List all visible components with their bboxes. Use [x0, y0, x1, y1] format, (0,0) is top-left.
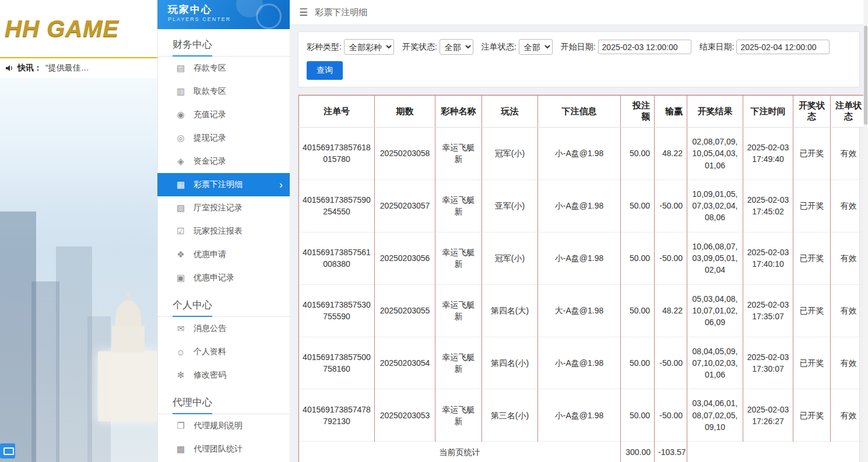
sidebar-item-label: 厅室投注记录	[194, 203, 243, 213]
table-cell: 小-A盘@1.98	[538, 389, 621, 442]
search-button[interactable]: 查询	[307, 61, 343, 80]
table-cell: 亚军(小)	[482, 179, 538, 232]
sidebar-item[interactable]: ◎提现记录	[157, 126, 290, 150]
sidebar-item[interactable]: ☺个人资料	[157, 340, 290, 364]
end-date-input[interactable]	[736, 40, 830, 54]
table-cell: 有效	[831, 128, 867, 180]
table-cell: 2025-02-03 17:35:07	[743, 284, 793, 337]
lottery-type-select[interactable]: 全部彩种	[344, 39, 394, 55]
menu-toggle-icon[interactable]: ☰	[299, 6, 308, 19]
main-area: ☰ 彩票下注明细 彩种类型: 全部彩种 开奖状态: 全部	[290, 0, 868, 462]
column-header: 注单状态	[831, 96, 867, 128]
sidebar-header: 玩家中心 PLAYERS CENTER	[157, 0, 290, 29]
sidebar-item-label: 提现记录	[194, 133, 226, 143]
background-photo	[0, 78, 157, 462]
sidebar-item-label: 彩票下注明细	[194, 179, 243, 190]
table-cell: 已开奖	[793, 128, 831, 180]
table-cell: 401569173857530755590	[299, 284, 375, 337]
table-cell: 02,08,07,09,10,05,04,03,01,06	[687, 128, 743, 180]
bet-status-label: 注单状态:	[482, 42, 516, 52]
table-cell: 50.00	[621, 232, 655, 284]
table-cell: 第四名(小)	[482, 337, 538, 389]
table-cell: 有效	[831, 389, 867, 442]
chart-icon: ▩	[175, 444, 187, 454]
table-cell: 2025-02-03 17:49:40	[743, 128, 793, 180]
withdraw-zone-icon: ▥	[175, 86, 187, 97]
table-cell: 20250203053	[375, 389, 435, 442]
table-cell: 401569173857561008380	[299, 232, 375, 284]
table-cell: 有效	[831, 179, 867, 232]
table-cell: 大-A盘@1.98	[538, 284, 621, 337]
bet-table: 注单号期数彩种名称玩法下注信息投注额输赢开奖结果下注时间开奖状态注单状态 401…	[298, 95, 867, 462]
sidebar-item[interactable]: ▣优惠申记录	[157, 266, 290, 290]
brand-panel: HH GAME 快讯： “提供最佳…	[0, 0, 157, 462]
sidebar-item[interactable]: ▥取款专区	[157, 80, 290, 103]
bell-icon: ✉	[175, 323, 187, 334]
table-cell: 小-A盘@1.98	[538, 128, 621, 180]
table-cell: 50.00	[621, 128, 655, 180]
table-cell: 48.22	[655, 284, 687, 337]
sidebar-item[interactable]: ❖优惠申请	[157, 243, 290, 266]
table-cell: 03,04,06,01,08,07,02,05,09,10	[687, 389, 743, 442]
sidebar-item-label: 优惠申记录	[194, 273, 234, 283]
table-cell: 50.00	[621, 284, 655, 337]
column-header: 玩法	[482, 96, 538, 128]
table-cell: 已开奖	[793, 284, 831, 337]
promo-apply-icon: ❖	[175, 249, 187, 260]
sidebar-item[interactable]: ▦彩票下注明细›	[157, 173, 290, 196]
start-date-input[interactable]	[598, 40, 691, 54]
sidebar-item[interactable]: ✻修改密码	[157, 364, 290, 387]
column-header: 开奖结果	[687, 96, 743, 128]
table-cell: 有效	[831, 337, 867, 389]
sidebar-item[interactable]: ◈资金记录	[157, 150, 290, 173]
scrollbar-thumb[interactable]	[864, 26, 867, 125]
table-cell: -50.00	[655, 179, 687, 232]
sidebar-item[interactable]: ▧厅室投注记录	[157, 196, 290, 220]
sidebar-item[interactable]: ❐代理规则说明	[157, 414, 290, 438]
page-scrollbar[interactable]	[863, 0, 868, 462]
ticker-text: “提供最佳…	[45, 63, 89, 73]
column-header: 下注信息	[538, 96, 621, 128]
sidebar-item-label: 优惠申请	[194, 249, 226, 260]
sidebar-item[interactable]: ▤存款专区	[157, 57, 290, 80]
summary-empty-cell	[687, 442, 867, 462]
table-cell: 401569173857590254550	[299, 179, 375, 232]
table-cell: 20250203057	[375, 179, 435, 232]
draw-status-label: 开奖状态:	[402, 42, 437, 52]
chat-widget-button[interactable]	[0, 443, 15, 459]
column-header: 开奖状态	[793, 96, 831, 128]
table-cell: 幸运飞艇新	[435, 284, 482, 337]
table-cell: -50.00	[655, 232, 687, 284]
table-cell: 已开奖	[793, 389, 831, 442]
column-header: 注单号	[299, 96, 375, 128]
table-cell: 有效	[831, 232, 867, 284]
table-cell: 10,06,08,07,03,09,05,01,02,04	[687, 232, 743, 284]
section-heading: 代理中心	[157, 387, 290, 414]
sidebar: 玩家中心 PLAYERS CENTER 财务中心▤存款专区▥取款专区◉充值记录◎…	[157, 0, 290, 462]
start-date-label: 开始日期:	[561, 42, 596, 52]
bet-status-select[interactable]: 全部	[519, 39, 553, 55]
table-header-row: 注单号期数彩种名称玩法下注信息投注额输赢开奖结果下注时间开奖状态注单状态	[299, 96, 867, 128]
document-icon: ❐	[175, 421, 187, 431]
sidebar-item-label: 代理团队统计	[194, 444, 243, 454]
table-cell: 冠军(小)	[482, 232, 538, 284]
ticker-label: 快讯：	[17, 63, 42, 73]
sidebar-item[interactable]: ▩代理团队统计	[157, 438, 290, 461]
player-bet-report-icon: ☑	[175, 226, 187, 237]
table-cell: 50.00	[621, 179, 655, 232]
sidebar-item[interactable]: ☑玩家投注报表	[157, 220, 290, 243]
column-header: 彩种名称	[435, 96, 482, 128]
draw-status-select[interactable]: 全部	[440, 39, 473, 55]
table-cell: 2025-02-03 17:40:10	[743, 232, 793, 284]
sidebar-item-label: 存款专区	[194, 63, 226, 73]
sidebar-item-label: 玩家投注报表	[194, 226, 243, 237]
sidebar-nav: 财务中心▤存款专区▥取款专区◉充值记录◎提现记录◈资金记录▦彩票下注明细›▧厅室…	[157, 29, 290, 461]
section-heading: 财务中心	[157, 29, 290, 57]
table-cell: 小-A盘@1.98	[538, 179, 621, 232]
table-cell: 已开奖	[793, 232, 831, 284]
table-cell: 2025-02-03 17:45:02	[743, 179, 793, 232]
sidebar-item[interactable]: ◉充值记录	[157, 103, 290, 126]
table-cell: 冠军(小)	[482, 128, 538, 180]
hall-bet-records-icon: ▧	[175, 203, 187, 213]
sidebar-item[interactable]: ✉消息公告	[157, 317, 290, 340]
